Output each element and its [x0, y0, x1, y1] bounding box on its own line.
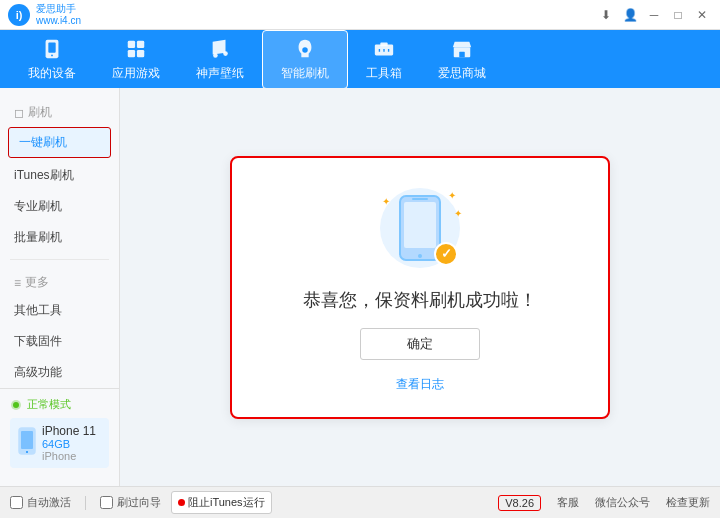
- flash-icon: [293, 37, 317, 61]
- sidebar-item-itunes-flash[interactable]: iTunes刷机: [0, 160, 119, 191]
- app-logo: i) 爱思助手 www.i4.cn: [8, 3, 81, 27]
- sidebar-item-advanced[interactable]: 高级功能: [0, 357, 119, 388]
- sparkle-1: ✦: [448, 190, 456, 201]
- check-update-link[interactable]: 检查更新: [666, 495, 710, 510]
- svg-point-24: [418, 254, 422, 258]
- titlebar: i) 爱思助手 www.i4.cn ⬇ 👤 ─ □ ✕: [0, 0, 720, 30]
- device-text: iPhone 11 64GB iPhone: [42, 424, 96, 462]
- close-button[interactable]: ✕: [692, 5, 712, 25]
- auto-activate-checkbox[interactable]: 自动激活: [10, 495, 71, 510]
- svg-rect-16: [459, 51, 465, 57]
- check-badge: ✓: [434, 242, 458, 266]
- top-navigation: 我的设备 应用游戏 神声壁纸 智能刷机 工具箱 爱思商城: [0, 30, 720, 88]
- sidebar-section-flash: ◻ 刷机: [0, 98, 119, 125]
- nav-smart-flash[interactable]: 智能刷机: [262, 30, 348, 89]
- sidebar-item-other-tools[interactable]: 其他工具: [0, 295, 119, 326]
- apps-icon: [124, 37, 148, 61]
- redirect-input[interactable]: [100, 496, 113, 509]
- iphone-icon: [18, 427, 36, 459]
- phone-illustration: ✓ ✦ ✦ ✦: [380, 188, 460, 268]
- sidebar-item-batch-flash[interactable]: 批量刷机: [0, 222, 119, 253]
- svg-rect-6: [137, 49, 144, 56]
- svg-point-2: [51, 54, 53, 56]
- nav-store[interactable]: 爱思商城: [420, 31, 504, 88]
- sparkle-3: ✦: [454, 208, 462, 219]
- bottombar: 自动激活 刷过向导 阻止iTunes运行 V8.26 客服 微信公众号 检查更新: [0, 486, 720, 518]
- sidebar-divider: [10, 259, 109, 260]
- redirect-checkbox[interactable]: 刷过向导: [100, 495, 161, 510]
- sidebar-item-one-key-flash[interactable]: 一键刷机: [8, 127, 111, 158]
- device-mode: 正常模式: [10, 397, 109, 412]
- device-icon: [40, 37, 64, 61]
- itunes-stop-button[interactable]: 阻止iTunes运行: [171, 491, 272, 514]
- sparkle-2: ✦: [382, 196, 390, 207]
- svg-rect-4: [137, 40, 144, 47]
- bottombar-right: V8.26 客服 微信公众号 检查更新: [498, 495, 710, 511]
- red-dot-icon: [178, 499, 185, 506]
- svg-rect-20: [21, 431, 33, 449]
- bottom-divider-1: [85, 496, 86, 510]
- sidebar-section-more: ≡ 更多: [0, 266, 119, 295]
- sidebar-bottom: 正常模式 iPhone 11 64GB iPhone: [0, 388, 119, 476]
- svg-point-9: [302, 47, 308, 53]
- bottombar-left: 自动激活 刷过向导: [10, 495, 161, 510]
- svg-point-7: [213, 53, 218, 58]
- auto-activate-input[interactable]: [10, 496, 23, 509]
- logo-icon: i): [8, 4, 30, 26]
- svg-point-18: [13, 402, 19, 408]
- svg-rect-1: [48, 42, 55, 52]
- sidebar-item-download-firmware[interactable]: 下载固件: [0, 326, 119, 357]
- svg-rect-23: [404, 202, 436, 248]
- nav-apps-games-label: 应用游戏: [112, 65, 160, 82]
- window-controls: ⬇ 👤 ─ □ ✕: [596, 5, 712, 25]
- nav-smart-flash-label: 智能刷机: [281, 65, 329, 82]
- svg-rect-5: [128, 49, 135, 56]
- nav-store-label: 爱思商城: [438, 65, 486, 82]
- svg-point-21: [26, 451, 28, 453]
- logo-text: 爱思助手 www.i4.cn: [36, 3, 81, 27]
- success-dialog: ✓ ✦ ✦ ✦ 恭喜您，保资料刷机成功啦！ 确定 查看日志: [230, 156, 610, 419]
- download-icon[interactable]: ⬇: [596, 5, 616, 25]
- svg-rect-3: [128, 40, 135, 47]
- svg-rect-11: [380, 42, 387, 46]
- nav-toolbox[interactable]: 工具箱: [348, 31, 420, 88]
- sidebar: ◻ 刷机 一键刷机 iTunes刷机 专业刷机 批量刷机 ≡ 更多 其他工具 下…: [0, 88, 120, 486]
- ringtone-icon: [208, 37, 232, 61]
- maximize-button[interactable]: □: [668, 5, 688, 25]
- version-badge: V8.26: [498, 495, 541, 511]
- wechat-link[interactable]: 微信公众号: [595, 495, 650, 510]
- device-info-card[interactable]: iPhone 11 64GB iPhone: [10, 418, 109, 468]
- minimize-button[interactable]: ─: [644, 5, 664, 25]
- svg-point-8: [223, 51, 228, 56]
- nav-my-device[interactable]: 我的设备: [10, 31, 94, 88]
- view-log-link[interactable]: 查看日志: [396, 376, 444, 393]
- user-icon[interactable]: 👤: [620, 5, 640, 25]
- tools-icon: [372, 37, 396, 61]
- nav-apps-games[interactable]: 应用游戏: [94, 31, 178, 88]
- nav-ringtones-label: 神声壁纸: [196, 65, 244, 82]
- store-icon: [450, 37, 474, 61]
- nav-my-device-label: 我的设备: [28, 65, 76, 82]
- main-layout: ◻ 刷机 一键刷机 iTunes刷机 专业刷机 批量刷机 ≡ 更多 其他工具 下…: [0, 88, 720, 486]
- svg-rect-25: [412, 198, 428, 200]
- nav-ringtones[interactable]: 神声壁纸: [178, 31, 262, 88]
- confirm-button[interactable]: 确定: [360, 328, 480, 360]
- success-title: 恭喜您，保资料刷机成功啦！: [303, 288, 537, 312]
- main-content: ✓ ✦ ✦ ✦ 恭喜您，保资料刷机成功啦！ 确定 查看日志: [120, 88, 720, 486]
- nav-toolbox-label: 工具箱: [366, 65, 402, 82]
- support-link[interactable]: 客服: [557, 495, 579, 510]
- itunes-stop-section: 阻止iTunes运行: [171, 491, 272, 514]
- sidebar-item-pro-flash[interactable]: 专业刷机: [0, 191, 119, 222]
